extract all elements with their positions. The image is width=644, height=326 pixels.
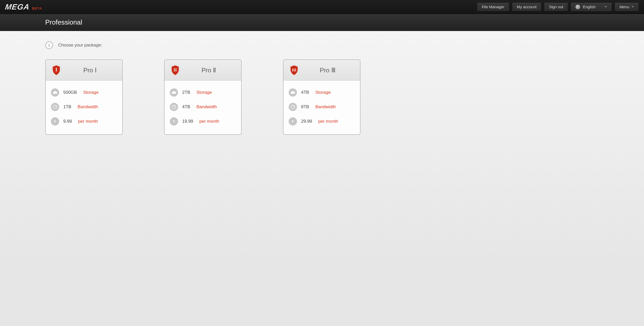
feature-storage: 2TB Storage — [170, 85, 236, 100]
feature-bandwidth: 1TB Bandwidth — [51, 100, 117, 114]
gauge-icon — [170, 103, 178, 111]
cloud-icon — [289, 88, 297, 97]
tier-name: Pro Ⅱ — [187, 67, 231, 74]
card-body: 2TB Storage 4TB Bandwidth € 19.99 per mo… — [165, 81, 241, 134]
feature-price: € 29.99 per month — [289, 114, 355, 129]
svg-text:€: € — [54, 120, 56, 123]
feature-bandwidth: 4TB Bandwidth — [170, 100, 236, 114]
bandwidth-value: 8TB — [301, 104, 309, 110]
tier-name: Pro Ⅲ — [306, 67, 350, 74]
language-label: English — [583, 5, 595, 9]
storage-label: Storage — [315, 90, 331, 95]
bandwidth-value: 4TB — [182, 104, 190, 110]
page-title: Professional — [45, 18, 82, 26]
card-header: II Pro Ⅱ — [165, 60, 241, 81]
package-card-pro-1[interactable]: I Pro Ⅰ 500GB Storage 1TB — [45, 59, 123, 135]
feature-price: € 9.99 per month — [51, 114, 117, 129]
package-cards: I Pro Ⅰ 500GB Storage 1TB — [45, 59, 599, 135]
bandwidth-label: Bandwidth — [196, 104, 217, 110]
svg-text:II: II — [174, 68, 177, 72]
feature-storage: 4TB Storage — [289, 85, 355, 100]
gauge-icon — [289, 103, 297, 111]
top-bar: MEGA BETA File Manager My account Sign o… — [0, 0, 644, 14]
storage-value: 500GB — [63, 90, 77, 95]
language-selector[interactable]: English — [571, 2, 612, 12]
feature-storage: 500GB Storage — [51, 85, 117, 100]
card-body: 4TB Storage 8TB Bandwidth € 29.99 per mo… — [283, 81, 360, 134]
storage-value: 2TB — [182, 90, 190, 95]
chevron-down-icon — [631, 6, 634, 7]
globe-icon — [576, 5, 580, 9]
euro-icon: € — [289, 117, 297, 126]
brand-logo[interactable]: MEGA BETA — [5, 3, 42, 11]
bandwidth-value: 1TB — [63, 104, 71, 110]
cloud-icon — [51, 88, 59, 97]
svg-point-2 — [55, 107, 56, 107]
package-card-pro-2[interactable]: II Pro Ⅱ 2TB Storage 4TB — [164, 59, 242, 135]
brand-name: MEGA — [5, 3, 30, 11]
price-value: 19.99 — [182, 119, 193, 124]
storage-label: Storage — [196, 90, 212, 95]
page-subheader: Professional — [0, 14, 644, 31]
bandwidth-label: Bandwidth — [78, 104, 98, 110]
card-header: III Pro Ⅲ — [283, 60, 360, 81]
cloud-icon — [170, 88, 178, 97]
bandwidth-label: Bandwidth — [315, 104, 336, 110]
price-value: 9.99 — [63, 119, 72, 124]
price-label: per month — [200, 119, 219, 124]
svg-text:III: III — [292, 68, 296, 72]
euro-icon: € — [51, 117, 59, 126]
card-header: I Pro Ⅰ — [46, 60, 122, 81]
price-value: 29.99 — [301, 119, 312, 124]
my-account-label: My account — [517, 5, 537, 9]
svg-text:€: € — [292, 120, 294, 123]
my-account-button[interactable]: My account — [512, 2, 542, 11]
card-body: 500GB Storage 1TB Bandwidth € 9.99 per m… — [46, 81, 122, 134]
tier-name: Pro Ⅰ — [68, 67, 112, 74]
shield-icon: I — [51, 64, 62, 76]
package-card-pro-3[interactable]: III Pro Ⅲ 4TB Storage 8TB — [283, 59, 361, 135]
storage-value: 4TB — [301, 90, 309, 95]
price-label: per month — [318, 119, 338, 124]
chevron-down-icon — [604, 6, 607, 7]
svg-text:€: € — [173, 120, 175, 123]
shield-icon: III — [289, 64, 300, 76]
feature-price: € 19.99 per month — [170, 114, 236, 129]
svg-point-10 — [293, 107, 293, 107]
menu-label: Menu — [619, 5, 629, 9]
file-manager-label: File Manager — [482, 5, 504, 9]
brand-tag: BETA — [32, 6, 42, 10]
step-number: 1 — [48, 43, 50, 47]
step-number-badge: 1 — [45, 41, 53, 49]
gauge-icon — [51, 103, 59, 111]
menu-button[interactable]: Menu — [615, 2, 639, 11]
price-label: per month — [78, 119, 98, 124]
feature-bandwidth: 8TB Bandwidth — [289, 100, 355, 114]
svg-text:I: I — [55, 67, 57, 72]
main-content: 1 Choose your package: I Pro Ⅰ — [0, 31, 644, 150]
sign-out-label: Sign out — [549, 5, 563, 9]
sign-out-button[interactable]: Sign out — [544, 2, 568, 11]
file-manager-button[interactable]: File Manager — [477, 2, 509, 11]
step-indicator: 1 Choose your package: — [45, 41, 599, 49]
svg-point-6 — [174, 107, 174, 107]
storage-label: Storage — [83, 90, 99, 95]
step-label: Choose your package: — [58, 43, 102, 48]
shield-icon: II — [170, 64, 181, 76]
euro-icon: € — [170, 117, 178, 126]
